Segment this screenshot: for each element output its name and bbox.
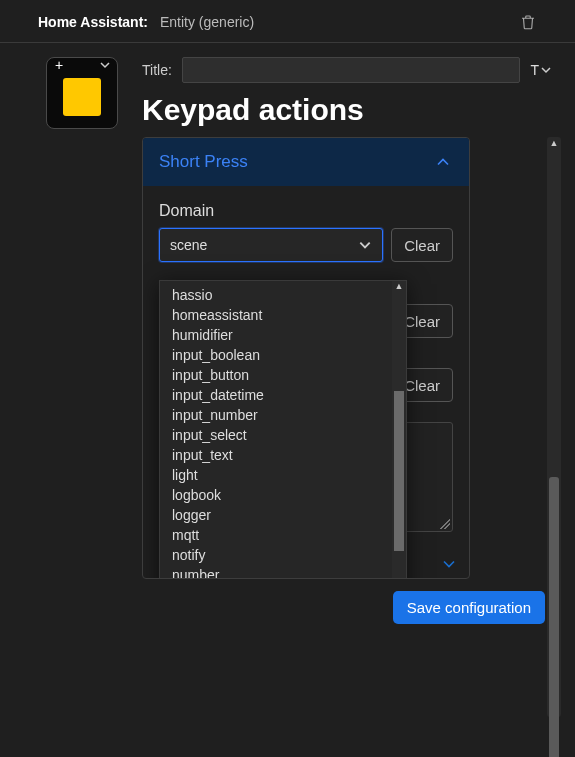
scroll-up-icon[interactable]: ▲: [547, 137, 561, 149]
dropdown-option[interactable]: input_datetime: [160, 385, 392, 405]
accordion-header-short-press[interactable]: Short Press: [143, 138, 469, 186]
delete-icon[interactable]: [519, 12, 537, 32]
dropdown-option[interactable]: input_button: [160, 365, 392, 385]
header-bar: Home Assistant: Entity (generic): [0, 0, 575, 43]
dropdown-option[interactable]: notify: [160, 545, 392, 565]
section-title: Keypad actions: [142, 93, 551, 127]
tile-thumbnail: +: [46, 57, 118, 717]
chevron-down-icon: [541, 65, 551, 75]
domain-select-value: scene: [170, 237, 207, 253]
thumbnail-menu-chevron-icon[interactable]: [97, 57, 113, 73]
tile-preview: [63, 78, 101, 116]
dropdown-option[interactable]: number: [160, 565, 392, 579]
chevron-down-icon[interactable]: [439, 554, 459, 574]
dropdown-option[interactable]: logbook: [160, 485, 392, 505]
title-input[interactable]: [182, 57, 521, 83]
dropdown-option[interactable]: input_number: [160, 405, 392, 425]
save-configuration-button[interactable]: Save configuration: [393, 591, 545, 624]
entity-type-label: Entity (generic): [160, 14, 254, 30]
dropdown-option[interactable]: logger: [160, 505, 392, 525]
dropdown-scrollbar-thumb[interactable]: [394, 391, 404, 551]
scrollbar-thumb[interactable]: [549, 477, 559, 757]
accordion-title: Short Press: [159, 152, 248, 172]
dropdown-option[interactable]: light: [160, 465, 392, 485]
domain-dropdown: hassiohomeassistanthumidifierinput_boole…: [159, 280, 407, 579]
domain-clear-button[interactable]: Clear: [391, 228, 453, 262]
chevron-up-icon: [433, 152, 453, 172]
dropdown-option[interactable]: mqtt: [160, 525, 392, 545]
app-label: Home Assistant:: [38, 14, 148, 30]
title-type-toggle[interactable]: T: [530, 62, 551, 78]
dropdown-option[interactable]: humidifier: [160, 325, 392, 345]
main-scrollbar[interactable]: ▲: [547, 137, 561, 717]
chevron-down-icon: [358, 238, 372, 252]
domain-select[interactable]: scene: [159, 228, 383, 262]
thumbnail-add-icon[interactable]: +: [51, 57, 67, 73]
dropdown-option[interactable]: input_text: [160, 445, 392, 465]
dropdown-option[interactable]: input_select: [160, 425, 392, 445]
title-field-label: Title:: [142, 62, 172, 78]
dropdown-scroll-up-icon[interactable]: ▲: [392, 281, 406, 293]
dropdown-option[interactable]: hassio: [160, 285, 392, 305]
dropdown-option[interactable]: homeassistant: [160, 305, 392, 325]
dropdown-option[interactable]: input_boolean: [160, 345, 392, 365]
dropdown-scrollbar[interactable]: ▲ ▼: [392, 281, 406, 579]
domain-label: Domain: [159, 202, 453, 220]
short-press-panel: Short Press Domain scene Clear: [142, 137, 470, 579]
